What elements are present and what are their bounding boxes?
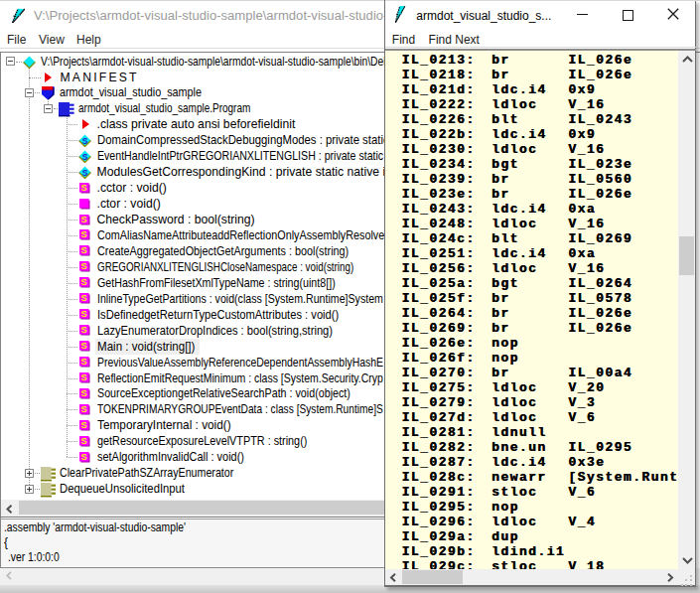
svg-text:S: S [81, 293, 87, 303]
svg-text:S: S [81, 357, 87, 367]
svg-text:S: S [81, 372, 87, 382]
svg-text:S: S [81, 452, 87, 462]
svg-text:S: S [81, 245, 87, 255]
svg-text:S: S [81, 152, 87, 162]
svg-text:S: S [81, 404, 87, 414]
svg-text:S: S [81, 309, 87, 319]
svg-text:S: S [81, 261, 87, 271]
svg-text:S: S [81, 215, 87, 224]
svg-text:S: S [81, 420, 87, 430]
svg-text:S: S [81, 183, 87, 193]
svg-text:S: S [81, 136, 87, 146]
svg-text:S: S [81, 325, 87, 335]
svg-text:S: S [81, 229, 87, 239]
svg-text:S: S [81, 436, 87, 446]
svg-text:S: S [81, 277, 87, 287]
svg-text:S: S [81, 388, 87, 398]
svg-text:S: S [81, 168, 87, 178]
svg-text:S: S [81, 341, 87, 351]
